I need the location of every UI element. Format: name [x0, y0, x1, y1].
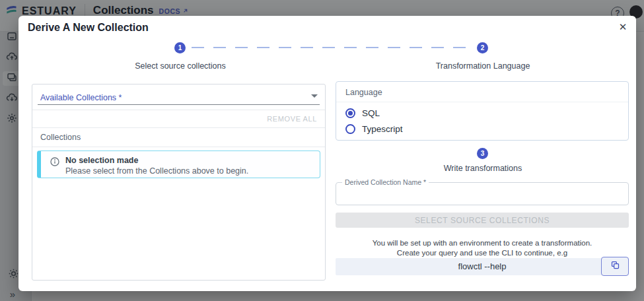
copy-button[interactable]	[601, 257, 629, 276]
step-1-indicator: 1	[174, 42, 186, 53]
step-2-indicator: 2	[477, 42, 488, 53]
available-collections-label: Available Collections *	[40, 93, 122, 102]
modal-title: Derive A New Collection	[28, 22, 149, 34]
radio-typescript-label: Typescript	[362, 124, 403, 134]
radio-selected-icon	[345, 108, 355, 118]
stepper-connector	[192, 47, 472, 48]
cli-command: flowctl --help	[336, 258, 629, 275]
radio-option-sql[interactable]: SQL	[336, 108, 628, 118]
step-1-label: Select source collections	[101, 61, 260, 71]
cli-help-line-2: Create your query and use the CLI to con…	[336, 248, 629, 258]
autocomplete-underline	[38, 104, 320, 105]
select-source-collections-button[interactable]: SELECT SOURCE COLLECTIONS	[336, 213, 629, 228]
language-header: Language	[336, 82, 628, 102]
radio-sql-label: SQL	[362, 108, 380, 118]
cli-help-line-1: You will be set up with an environment t…	[336, 238, 629, 248]
alert-title: No selection made	[65, 156, 138, 165]
step-3-label: Write transformations	[404, 164, 562, 173]
step-3-indicator: 3	[477, 148, 488, 159]
radio-option-typescript[interactable]: Typescript	[336, 124, 628, 134]
app-root: » ESTUARY Collections DOCS ?	[0, 0, 644, 301]
collections-list-header: Collections	[32, 128, 325, 147]
no-selection-alert: No selection made Please select from the…	[37, 150, 320, 178]
selection-toolbar: REMOVE ALL	[32, 110, 325, 128]
derived-collection-name-field: Derived Collection Name *	[336, 182, 629, 205]
derive-collection-modal: Derive A New Collection ✕ 1 2 Select sou…	[18, 16, 636, 291]
remove-all-button[interactable]: REMOVE ALL	[267, 110, 325, 128]
derived-collection-name-input[interactable]	[341, 185, 623, 202]
radio-unselected-icon	[345, 124, 355, 134]
copy-icon	[610, 260, 620, 273]
cli-command-block: flowctl --help	[336, 258, 629, 275]
info-icon	[50, 156, 60, 170]
source-collections-panel: Available Collections * REMOVE ALL Colle…	[32, 84, 326, 281]
chevron-down-icon[interactable]	[311, 94, 318, 98]
alert-message: Please select from the Collections above…	[65, 166, 248, 176]
language-panel: Language SQL Typescript	[336, 81, 629, 141]
stepper: 1 2 Select source collections Transforma…	[18, 40, 636, 81]
cli-help-text: You will be set up with an environment t…	[336, 238, 629, 258]
collections-list-header-row: Collections	[32, 128, 325, 147]
step-2-label: Transformation Language	[404, 61, 562, 71]
close-icon[interactable]: ✕	[616, 20, 630, 34]
available-collections-autocomplete[interactable]: Available Collections *	[32, 84, 325, 110]
